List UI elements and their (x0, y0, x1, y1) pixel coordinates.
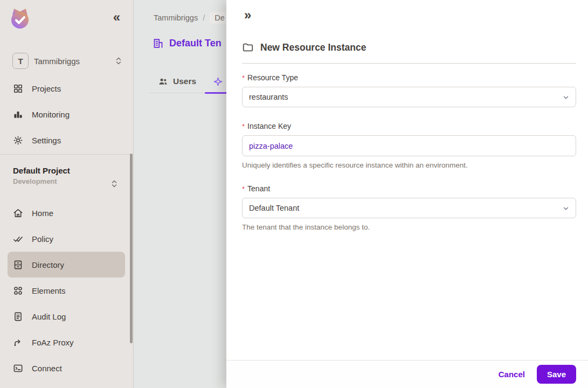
drawer-header-divider (242, 63, 576, 64)
cancel-button[interactable]: Cancel (499, 370, 525, 379)
sidebar-item-label: Settings (32, 136, 61, 145)
route-arrow-icon (13, 337, 23, 348)
building-icon (153, 38, 164, 49)
instance-key-field: *Instance Key Uniquely identifies a spec… (242, 122, 576, 169)
sidebar-item-label: Elements (32, 286, 66, 295)
sidebar-item-directory[interactable]: Directory (8, 252, 125, 278)
org-avatar: T (12, 53, 29, 69)
drawer-header: New Resource Instance (242, 41, 366, 53)
instance-key-helper: Uniquely identifies a specific resource … (242, 161, 576, 169)
circles-icon (13, 286, 23, 296)
chevron-updown-icon (115, 56, 122, 66)
document-icon (13, 311, 23, 322)
drawer-collapse-icon[interactable]: » (244, 8, 250, 23)
sparkle-icon (213, 77, 223, 87)
sidebar-divider (0, 154, 133, 155)
project-selector[interactable]: Default Project Development (13, 166, 121, 185)
org-name: Tammibriggs (34, 57, 115, 66)
sidebar-item-connect[interactable]: Connect (8, 355, 125, 381)
required-asterisk: * (242, 122, 245, 130)
sidebar-item-monitoring[interactable]: Monitoring (8, 101, 125, 127)
home-icon (13, 208, 23, 218)
folder-icon (242, 41, 254, 53)
sidebar-item-settings[interactable]: Settings (8, 127, 125, 153)
drawer-title: New Resource Instance (260, 42, 366, 53)
chevron-updown-icon (110, 179, 118, 189)
tab-users[interactable]: Users (158, 70, 196, 93)
tenant-value: Default Tenant (249, 204, 299, 212)
required-asterisk: * (242, 74, 245, 82)
resource-type-value: restaurants (249, 93, 288, 101)
sidebar-item-label: Directory (32, 260, 64, 269)
org-selector[interactable]: T Tammibriggs (12, 52, 122, 70)
chevron-down-icon (562, 94, 570, 101)
tenant-field: *Tenant Default Tenant The tenant that t… (242, 184, 576, 231)
project-name: Default Project (13, 166, 121, 175)
double-check-icon (13, 234, 23, 244)
instance-key-input[interactable] (242, 135, 576, 156)
drawer-footer: Cancel Save (226, 360, 588, 388)
users-icon (158, 77, 168, 87)
archive-icon (13, 260, 23, 270)
resource-type-field: *Resource Type restaurants (242, 73, 576, 107)
sidebar-item-label: Policy (32, 234, 53, 244)
sidebar-item-label: FoAz Proxy (32, 338, 74, 347)
sidebar-env-nav: Home Policy Directory (8, 200, 125, 381)
save-button[interactable]: Save (537, 365, 576, 384)
chevron-down-icon (562, 205, 570, 212)
bar-chart-icon (13, 109, 23, 120)
page-title-row: Default Ten (153, 38, 222, 49)
grid-icon (13, 84, 23, 94)
sidebar-item-home[interactable]: Home (8, 200, 125, 226)
terminal-icon (13, 363, 23, 373)
new-resource-instance-drawer: » New Resource Instance *Resource Type r… (226, 0, 588, 388)
sidebar-item-projects[interactable]: Projects (8, 75, 125, 101)
resource-type-label: *Resource Type (242, 73, 576, 82)
sidebar-item-foaz-proxy[interactable]: FoAz Proxy (8, 329, 125, 355)
sidebar-top-nav: Projects Monitoring Sett (8, 75, 125, 153)
breadcrumb: Tammibriggs / De (154, 12, 230, 24)
resource-type-select[interactable]: restaurants (242, 87, 576, 107)
tenant-label: *Tenant (242, 184, 576, 193)
sidebar-item-label: Projects (32, 84, 61, 93)
required-asterisk: * (242, 185, 245, 193)
sidebar-item-label: Audit Log (32, 312, 66, 321)
sidebar-item-label: Connect (32, 364, 62, 373)
project-environment: Development (13, 177, 121, 185)
tab-label: Users (173, 77, 196, 86)
sidebar: « T Tammibriggs Projects (0, 0, 134, 388)
instance-key-label: *Instance Key (242, 122, 576, 130)
gear-icon (13, 135, 23, 146)
sidebar-item-audit-log[interactable]: Audit Log (8, 303, 125, 329)
tenant-helper: The tenant that the instance belongs to. (242, 223, 576, 231)
breadcrumb-org[interactable]: Tammibriggs (154, 13, 198, 22)
app-root: « T Tammibriggs Projects (0, 0, 588, 388)
sidebar-item-label: Monitoring (32, 110, 70, 119)
permit-cat-logo (9, 6, 31, 30)
page-title: Default Ten (169, 38, 222, 49)
tab-resource-instances[interactable] (213, 70, 223, 93)
sidebar-collapse-icon[interactable]: « (113, 10, 119, 25)
sidebar-scrollbar[interactable] (130, 154, 133, 343)
tenant-select[interactable]: Default Tenant (242, 198, 576, 218)
breadcrumb-separator: / (203, 13, 205, 22)
sidebar-item-policy[interactable]: Policy (8, 226, 125, 252)
sidebar-item-label: Home (32, 209, 53, 218)
sidebar-item-elements[interactable]: Elements (8, 278, 125, 303)
